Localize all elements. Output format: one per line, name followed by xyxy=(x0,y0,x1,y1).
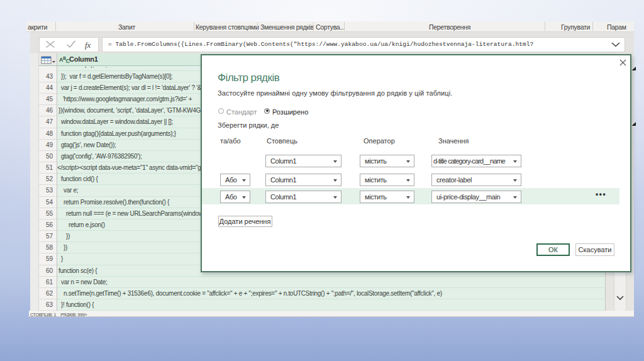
svg-text:fx: fx xyxy=(85,40,91,50)
